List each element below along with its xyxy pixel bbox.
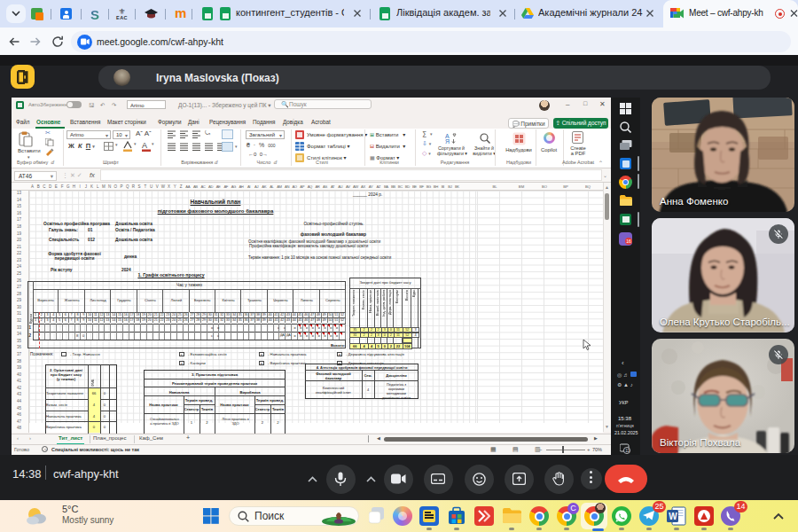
svg-text:W: W: [669, 512, 677, 521]
svg-text:11: 11: [625, 448, 630, 453]
